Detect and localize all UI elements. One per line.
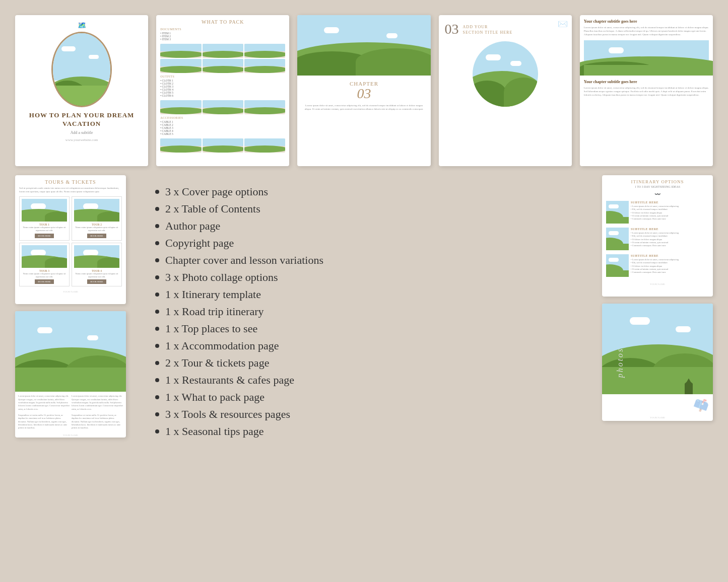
bottom-text-col-2: Lorem ipsum dolor sit amet, consectetur … — [72, 395, 123, 429]
accessories-label: ACCESSORIES — [160, 116, 285, 119]
chapter-content: CHAPTER 03 Lorem ipsum dolor sit amet, c… — [297, 76, 430, 116]
bullet-text: 1 x Road trip itinerary — [165, 305, 264, 318]
card-bottom-landscape: Lorem ipsum dolor sit amet, consectetur … — [15, 311, 126, 437]
pack-cell — [160, 138, 201, 153]
chapter-mini-landscape — [584, 40, 709, 76]
chapter-num: 03 — [302, 87, 425, 101]
pack-cell — [203, 138, 243, 153]
bullet-item: 3 x Photo collage options — [155, 271, 573, 284]
tour-2-btn[interactable]: BOOK HERE — [87, 234, 106, 238]
card-section: 03 ADD YOUR SECTION TITLE HERE ✉️ — [439, 15, 572, 166]
itinerary-subtitle: 1 TO 3 DAY SIGHTSEEING IDEAS — [606, 185, 709, 188]
tour-3-btn[interactable]: BOOK HERE — [35, 279, 54, 284]
chapter-landscape — [297, 15, 430, 76]
bottom-text-col-1: Lorem ipsum dolor sit amet, consectetur … — [18, 395, 70, 429]
tour-1-btn[interactable]: BOOK HERE — [35, 234, 54, 238]
bullet-item: 3 x Cover page options — [155, 185, 573, 198]
bottom-text-area: Lorem ipsum dolor sit amet, consectetur … — [15, 392, 126, 432]
pack-cell — [203, 100, 243, 114]
pack-cell — [244, 138, 285, 153]
pack-cell — [160, 100, 201, 114]
tours-grid: TOUR 1 Nemo enim ipsam voluptatem quia v… — [19, 196, 122, 286]
bullet-list-container: 3 x Cover page options2 x Table of Conte… — [135, 175, 593, 452]
bullet-item: 1 x Accommodation page — [155, 339, 573, 352]
bullet-text: 1 x Itinerary template — [165, 288, 261, 301]
pack-title: WHAT TO PACK — [160, 19, 285, 25]
bullet-dot — [155, 190, 159, 194]
bullet-item: 1 x Road trip itinerary — [155, 305, 573, 318]
itinerary-item-body: • Lorem ipsum dolor sit amet, consectetu… — [631, 205, 709, 221]
card-chapter: CHAPTER 03 Lorem ipsum dolor sit amet, c… — [297, 15, 430, 166]
bullet-item: 2 x Table of Contents — [155, 202, 573, 215]
bullet-text: 2 x Table of Contents — [165, 202, 260, 215]
pack-cell — [160, 59, 201, 73]
bullet-text: 2 x Tour & tickets page — [165, 356, 269, 370]
chapter-body-1: Lorem ipsum dolor sit amet, consectetur … — [584, 26, 709, 36]
bullet-text: 1 x What to pack page — [165, 391, 264, 404]
bullet-item: 1 x What to pack page — [155, 391, 573, 404]
bullet-text: 3 x Cover page options — [165, 185, 268, 198]
bullet-item: 3 x Tools & resources pages — [155, 408, 573, 421]
bullet-text: 1 x Restaurants & cafes page — [165, 374, 294, 387]
pack-cell — [244, 100, 285, 114]
bullet-dot — [155, 429, 159, 433]
documents-items: • ITEM 1 • ITEM 2 • ITEM 3 — [160, 32, 285, 41]
section-add-text: ADD YOUR SECTION TITLE HERE — [463, 24, 513, 35]
stamp-decoration: 📫 — [692, 396, 711, 415]
bullet-item: 1 x Top places to see — [155, 322, 573, 335]
landscape-page-num: YOUR NAME — [15, 433, 126, 438]
bullet-item: 1 x Seasonal tips page — [155, 425, 573, 438]
tour-1: TOUR 1 Nemo enim ipsam voluptatem quia v… — [19, 196, 70, 241]
bullet-text: Author page — [165, 220, 220, 233]
card-tours: TOURS & TICKETS Sed ut perspiciatis unde… — [15, 175, 126, 304]
tour-3: TOUR 3 Nemo enim ipsam voluptatem quia v… — [19, 243, 70, 287]
bullet-dot — [155, 378, 159, 382]
itinerary-item-img — [606, 201, 629, 224]
bullet-dot — [155, 361, 159, 365]
card-cover: 🗺️ HOW TO PLAN YOUR DREAM VACATION Add a… — [15, 15, 148, 166]
tour-4-btn[interactable]: BOOK HERE — [87, 279, 106, 284]
itinerary-item: SUBTITLE HERE • Lorem ipsum dolor sit am… — [606, 228, 709, 250]
bullet-dot — [155, 207, 159, 211]
bottom-landscape-img — [15, 311, 126, 392]
tours-desc: Sed ut perspiciatis unde omnis iste natu… — [19, 187, 122, 193]
accessories-items: • CABLE 1 • CABLE 2 • CABLE 3 • CABLE 4 … — [160, 120, 285, 135]
cover-url: www.yourwebsite.com — [65, 138, 98, 142]
chapter-body: Lorem ipsum dolor sit amet, consectetur … — [302, 104, 425, 111]
bullet-dot — [155, 224, 159, 228]
tour-3-desc: Nemo enim ipsam voluptatem quia voluptas… — [22, 272, 67, 278]
bullet-item: Chapter cover and lesson variations — [155, 254, 573, 267]
bullet-item: 1 x Itinerary template — [155, 288, 573, 301]
tour-2: TOUR 2 Nemo enim ipsam voluptatem quia v… — [72, 196, 122, 241]
bullet-item: Author page — [155, 220, 573, 233]
pack-image-grid-bot — [160, 138, 285, 153]
passport-icon: 🗺️ — [78, 21, 86, 30]
right-column: ITINERARY OPTIONS 1 TO 3 DAY SIGHTSEEING… — [602, 175, 713, 421]
card-chapter-with-text: Your chapter subtitle goes here Lorem ip… — [580, 15, 713, 166]
itinerary-page-num: YOUR NAME — [606, 281, 709, 286]
tour-3-img — [22, 245, 67, 268]
chapter-subtitle-1: Your chapter subtitle goes here — [584, 19, 709, 24]
section-num: 03 — [445, 21, 459, 37]
bullet-text: 3 x Tools & resources pages — [165, 408, 290, 421]
bullet-text: 3 x Photo collage options — [165, 271, 278, 284]
tours-title: TOURS & TICKETS — [19, 179, 122, 185]
pack-cell — [160, 44, 201, 58]
bullet-dot — [155, 344, 159, 348]
card-itinerary: ITINERARY OPTIONS 1 TO 3 DAY SIGHTSEEING… — [602, 175, 713, 297]
pack-cell — [244, 44, 285, 58]
bullet-text: 1 x Accommodation page — [165, 339, 279, 352]
bullet-dot — [155, 412, 159, 416]
itinerary-item-img — [606, 254, 629, 277]
itinerary-title: ITINERARY OPTIONS — [606, 179, 709, 184]
tour-4: TOUR 4 Nemo enim ipsam voluptatem quia v… — [72, 243, 122, 287]
photo-page-num: YOUR NAME — [602, 416, 713, 421]
bullet-item: 1 x Restaurants & cafes page — [155, 374, 573, 387]
bullet-item: Copyright page — [155, 237, 573, 250]
itinerary-item-title: SUBTITLE HERE — [631, 228, 709, 231]
tour-4-img — [74, 245, 119, 268]
bullet-dot — [155, 258, 159, 262]
outfits-label: OUTFITS — [160, 75, 285, 78]
bullet-text: 1 x Seasonal tips page — [165, 425, 264, 438]
outfits-items: • CLOTH 1 • CLOTH 2 • CLOTH 3 • CLOTH 4 … — [160, 79, 285, 97]
